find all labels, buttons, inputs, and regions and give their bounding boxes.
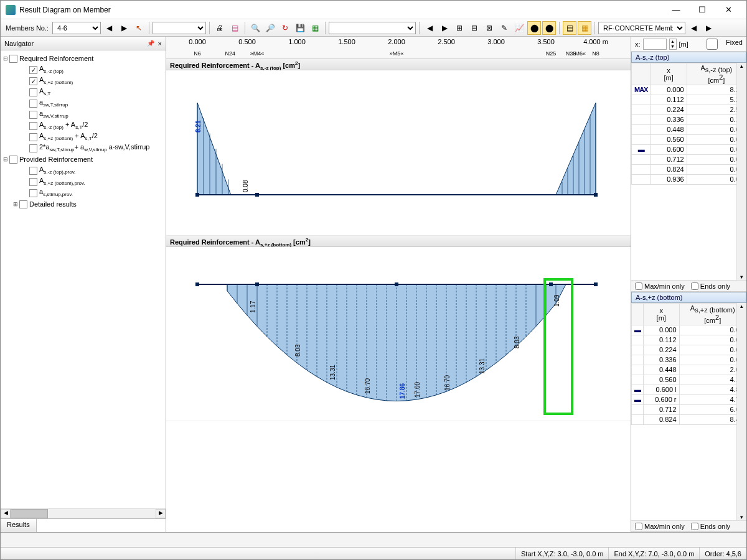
nav-h-scrollbar[interactable]: ◀ ▶: [1, 508, 166, 518]
tree-checkbox[interactable]: [29, 133, 37, 141]
table-row[interactable]: ▬0.0000.00: [632, 325, 746, 335]
module-next-button[interactable]: ▶: [702, 21, 715, 35]
tree-item[interactable]: As,-z (top): [2, 64, 164, 75]
tree-checkbox[interactable]: [29, 100, 37, 108]
module-prev-button[interactable]: ◀: [687, 21, 700, 35]
table-row[interactable]: 0.4482.05: [632, 365, 746, 375]
tree-item[interactable]: As,+z (bottom),prov.: [2, 176, 164, 187]
manager-button[interactable]: ▤: [228, 21, 242, 35]
tree-item[interactable]: As,+z (bottom) + As,T/2: [2, 131, 164, 142]
tree-item[interactable]: 2*asw,T,stirrup+ aw,V,stirrup a-sw,V,sti…: [2, 142, 164, 154]
table2-scrollbar[interactable]: ▴ ▾: [736, 303, 746, 520]
table1-ends-checkbox[interactable]: [691, 282, 698, 290]
table-row[interactable]: ▬0.6000.00: [632, 144, 746, 154]
table1[interactable]: x[m]As,-z (top)[cm2]MAX0.0008.210.1125.2…: [631, 63, 746, 185]
maximize-button[interactable]: ☐: [689, 1, 715, 19]
tree-item[interactable]: As,-z (top),prov.: [2, 165, 164, 176]
table2[interactable]: x[m]As,+z (bottom)[cm2]▬0.0000.000.1120.…: [631, 303, 746, 425]
table1-maxmin-checkbox[interactable]: [635, 282, 642, 290]
zoom-in-button[interactable]: 🔍: [248, 21, 262, 35]
table2-maxmin-checkbox[interactable]: [635, 523, 642, 530]
toggle-table-button[interactable]: ▦: [578, 21, 591, 35]
tree-checkbox[interactable]: [9, 55, 17, 63]
module-select[interactable]: RF-CONCRETE Members: [598, 22, 685, 34]
table-row[interactable]: 0.5600.00: [632, 134, 746, 144]
table-row[interactable]: 0.3360.18: [632, 114, 746, 124]
tree-item[interactable]: As,-z (top) + As,T/2: [2, 120, 164, 131]
chart2-plot[interactable]: 1.178.0313.3116.7017.8617.0016.7013.318.…: [166, 247, 631, 421]
table-row[interactable]: 0.1120.00: [632, 335, 746, 345]
prev-member-button[interactable]: ◀: [102, 21, 116, 35]
option-d-button[interactable]: ✎: [497, 21, 511, 35]
option-b-button[interactable]: ⊟: [467, 21, 481, 35]
tab-results[interactable]: Results: [1, 519, 37, 532]
save-button[interactable]: 💾: [293, 21, 307, 35]
tree-checkbox[interactable]: [29, 178, 37, 186]
fixed-checkbox[interactable]: [700, 39, 724, 50]
tree-item[interactable]: ⊞Detailed results: [2, 198, 164, 210]
print-button[interactable]: 🖨: [213, 21, 227, 35]
chart1-plot[interactable]: 8.210.08: [166, 70, 631, 236]
tree-checkbox[interactable]: [29, 144, 37, 152]
table-row[interactable]: 0.5604.17: [632, 375, 746, 385]
scroll-right-button[interactable]: ▶: [156, 509, 166, 518]
option-g-button[interactable]: ⬤: [542, 21, 556, 35]
members-select[interactable]: 4-6: [52, 22, 101, 34]
nav-first-button[interactable]: ◀: [423, 21, 436, 35]
table-row[interactable]: 0.8240.00: [632, 164, 746, 174]
tree-checkbox[interactable]: [29, 66, 37, 74]
result-case-select[interactable]: [153, 22, 206, 34]
x-spinner[interactable]: ▲▼: [669, 39, 677, 50]
tree-checkbox[interactable]: [29, 77, 37, 85]
table-row[interactable]: 0.2242.51: [632, 105, 746, 114]
scroll-left-button[interactable]: ◀: [1, 509, 11, 518]
next-member-button[interactable]: ▶: [117, 21, 131, 35]
table-row[interactable]: 0.7120.00: [632, 154, 746, 164]
table-row[interactable]: ▬0.600 r4.77: [632, 394, 746, 404]
table-row[interactable]: 0.7126.69: [632, 404, 746, 414]
table-row[interactable]: 0.3360.00: [632, 355, 746, 365]
tree-item[interactable]: asw,T,stirrup: [2, 98, 164, 109]
tree-item[interactable]: ⊟Required Reinforcement: [2, 53, 164, 64]
table-row[interactable]: 0.4480.00: [632, 124, 746, 134]
panel-close-icon[interactable]: ×: [158, 40, 162, 47]
table1-scrollbar[interactable]: ▴ ▾: [736, 63, 746, 280]
minimize-button[interactable]: —: [663, 1, 689, 19]
x-unit: [m]: [679, 40, 688, 48]
tree-item[interactable]: as,stirrup,prov.: [2, 187, 164, 198]
pin-icon[interactable]: 📌: [147, 40, 154, 47]
option-c-button[interactable]: ⊠: [482, 21, 496, 35]
nav-next-button[interactable]: ▶: [438, 21, 451, 35]
option-e-button[interactable]: 📈: [512, 21, 526, 35]
tree-checkbox[interactable]: [29, 122, 37, 130]
table2-ends-checkbox[interactable]: [691, 523, 698, 530]
redraw-button[interactable]: ↻: [278, 21, 292, 35]
table-row[interactable]: 0.1125.22: [632, 95, 746, 105]
table-row[interactable]: 0.2240.00: [632, 345, 746, 355]
tree-checkbox[interactable]: [19, 200, 27, 208]
toggle-tree-button[interactable]: ▤: [563, 21, 576, 35]
table-row[interactable]: 0.8248.40: [632, 414, 746, 424]
tree-item[interactable]: asw,V,stirrup: [2, 109, 164, 120]
tree-item[interactable]: As,+z (bottom): [2, 75, 164, 86]
table-row[interactable]: MAX0.0008.21: [632, 85, 746, 95]
pick-member-button[interactable]: ↖: [132, 21, 146, 35]
tree-checkbox[interactable]: [29, 88, 37, 96]
zoom-out-button[interactable]: 🔎: [263, 21, 277, 35]
tree-checkbox[interactable]: [29, 167, 37, 175]
option-f-button[interactable]: ⬤: [527, 21, 541, 35]
table-row[interactable]: 0.9360.00: [632, 174, 746, 184]
navigator-tree[interactable]: ⊟Required ReinforcementAs,-z (top)As,+z …: [1, 50, 166, 508]
option-a-button[interactable]: ⊞: [453, 21, 466, 35]
x-input[interactable]: [643, 39, 667, 50]
tree-item[interactable]: ⊟Provided Reinforcement: [2, 154, 164, 165]
view-select[interactable]: [329, 22, 416, 34]
excel-button[interactable]: ▦: [308, 21, 322, 35]
tree-item[interactable]: As,T: [2, 86, 164, 98]
scroll-thumb[interactable]: [11, 509, 48, 518]
tree-checkbox[interactable]: [29, 111, 37, 119]
close-button[interactable]: ✕: [715, 1, 741, 19]
tree-checkbox[interactable]: [29, 189, 37, 197]
tree-checkbox[interactable]: [9, 156, 17, 164]
table-row[interactable]: ▬0.600 l4.88: [632, 385, 746, 394]
